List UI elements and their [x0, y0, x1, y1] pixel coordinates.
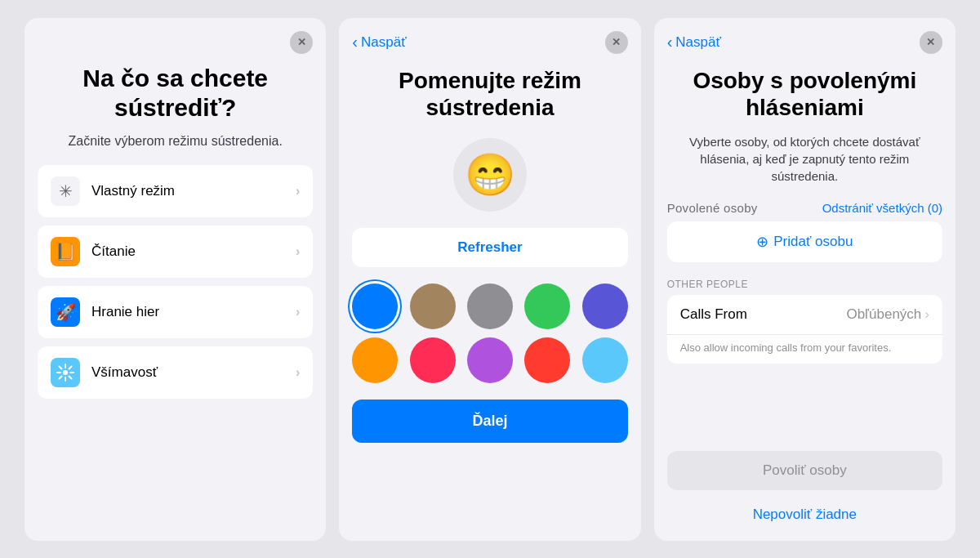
- name-input-wrapper: [352, 228, 627, 267]
- svg-point-0: [63, 370, 68, 375]
- calls-from-note: Also allow incoming calls from your favo…: [667, 335, 942, 364]
- calls-from-value: Obľúbených ›: [846, 306, 929, 323]
- color-gray[interactable]: [467, 283, 513, 329]
- menu-item-citanie[interactable]: 📙 Čítanie ›: [38, 225, 313, 278]
- vsimavost-label: Všímavosť: [91, 364, 296, 381]
- close-button[interactable]: ✕: [290, 31, 313, 54]
- panels-container: ✕ Na čo sa chcete sústrediť? Začnite výb…: [0, 0, 980, 558]
- hranie-icon: 🚀: [51, 297, 80, 327]
- back-chevron-icon: ‹: [352, 33, 358, 51]
- back-button[interactable]: ‹ Naspäť: [352, 33, 406, 51]
- add-person-button[interactable]: ⊕ Pridať osobu: [667, 221, 942, 262]
- panel3-subtitle: Vyberte osoby, od ktorých chcete dostáva…: [654, 133, 956, 201]
- color-orange[interactable]: [352, 337, 398, 383]
- emoji-display[interactable]: 😁: [453, 138, 527, 212]
- svg-line-8: [60, 376, 62, 378]
- colors-row-1: [352, 283, 627, 329]
- panel3-nav: ‹ Naspäť ✕: [654, 18, 956, 54]
- hranie-label: Hranie hier: [91, 304, 296, 320]
- vlastny-icon: ✳: [51, 176, 80, 206]
- colors-grid: [352, 283, 627, 383]
- chevron-right-icon: ›: [924, 306, 929, 323]
- remove-all-button[interactable]: Odstrániť všetkých (0): [822, 201, 942, 215]
- panel3-title: Osoby s povolenými hláseniami: [654, 54, 956, 133]
- add-person-label: Pridať osobu: [773, 234, 853, 250]
- color-green[interactable]: [524, 283, 570, 329]
- close-button[interactable]: ✕: [605, 31, 628, 54]
- chevron-icon: ›: [296, 244, 300, 259]
- back-chevron-icon: ‹: [667, 33, 673, 51]
- color-pink[interactable]: [410, 337, 456, 383]
- menu-item-vsimavost[interactable]: Všímavosť ›: [38, 346, 313, 399]
- menu-item-vlastny[interactable]: ✳ Vlastný režim ›: [38, 165, 313, 217]
- panel2-nav: ‹ Naspäť ✕: [339, 18, 640, 54]
- colors-row-2: [352, 337, 627, 383]
- calls-from-label: Calls From: [680, 306, 747, 323]
- other-people-label: OTHER PEOPLE: [654, 279, 956, 295]
- citanie-icon: 📙: [51, 237, 80, 266]
- allow-people-button[interactable]: Povoliť osoby: [667, 451, 942, 490]
- vlastny-label: Vlastný režim: [91, 183, 296, 199]
- plus-icon: ⊕: [756, 233, 768, 251]
- svg-line-7: [69, 366, 72, 368]
- allowed-section-header: Povolené osoby Odstrániť všetkých (0): [654, 201, 956, 221]
- panel1-subtitle: Začnite výberom režimu sústredenia.: [24, 123, 326, 165]
- calls-from-value-text: Obľúbených: [846, 306, 921, 323]
- calls-from-row[interactable]: Calls From Obľúbených ›: [667, 295, 942, 335]
- panel-focus-select: ✕ Na čo sa chcete sústrediť? Začnite výb…: [24, 18, 326, 541]
- citanie-label: Čítanie: [91, 243, 296, 260]
- next-button[interactable]: Ďalej: [352, 400, 627, 443]
- color-purple[interactable]: [467, 337, 513, 383]
- allowed-section-label: Povolené osoby: [667, 201, 758, 215]
- svg-line-5: [60, 366, 62, 368]
- chevron-icon: ›: [296, 365, 300, 380]
- vsimavost-icon: [51, 358, 80, 387]
- color-coral[interactable]: [524, 337, 570, 383]
- emoji-container: 😁: [339, 138, 640, 212]
- panel1-title: Na čo sa chcete sústrediť?: [24, 54, 326, 123]
- svg-line-6: [69, 376, 72, 378]
- panel2-title: Pomenujte režim sústredenia: [339, 54, 640, 138]
- panel1-header: ✕: [24, 18, 326, 54]
- color-blue[interactable]: [352, 283, 398, 329]
- back-label: Naspäť: [675, 34, 721, 51]
- panel-name-mode: ‹ Naspäť ✕ Pomenujte režim sústredenia 😁: [339, 18, 640, 541]
- color-indigo[interactable]: [582, 283, 628, 329]
- color-tan[interactable]: [410, 283, 456, 329]
- panel-allowed-people: ‹ Naspäť ✕ Osoby s povolenými hláseniami…: [654, 18, 956, 541]
- color-teal[interactable]: [582, 337, 628, 383]
- back-label: Naspäť: [361, 34, 407, 51]
- mode-name-input[interactable]: [352, 228, 627, 267]
- deny-button[interactable]: Nepovoliť žiadne: [654, 498, 956, 531]
- back-button[interactable]: ‹ Naspäť: [667, 33, 721, 51]
- close-button[interactable]: ✕: [920, 31, 942, 54]
- chevron-icon: ›: [296, 305, 300, 319]
- menu-item-hranie[interactable]: 🚀 Hranie hier ›: [38, 286, 313, 338]
- chevron-icon: ›: [296, 184, 300, 199]
